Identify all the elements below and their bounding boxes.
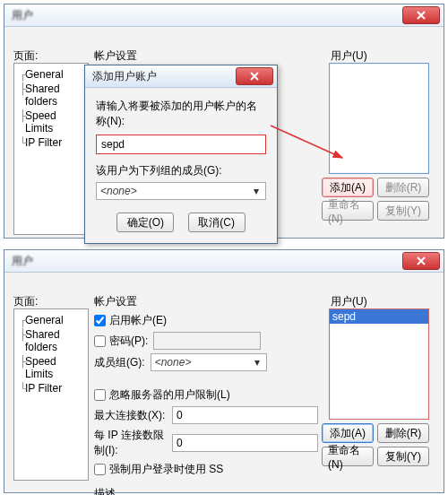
cancel-button[interactable]: 取消(C) <box>188 213 246 232</box>
button-label: 删除(R) <box>385 426 422 441</box>
group-label: 该用户为下列组的成员(G): <box>96 163 266 178</box>
tree-label: General <box>25 68 64 81</box>
close-icon[interactable] <box>402 6 440 24</box>
maxconn-label: 最大连接数(X): <box>94 408 167 423</box>
combo-value: <none> <box>100 185 137 197</box>
tree-item-ipfilter[interactable]: └IP Filter <box>16 135 86 150</box>
button-label: 确定(O) <box>127 215 164 230</box>
dialog-prompt: 请输入将要被添加的用户帐户的名称(N): <box>96 99 266 129</box>
tree-item-speed[interactable]: ├Speed Limits <box>16 109 86 135</box>
users-listbox[interactable] <box>329 63 429 174</box>
enable-account-label: 启用帐户(E) <box>109 313 167 328</box>
account-settings-panel: 帐户设置 启用帐户(E) 密码(P): 成员组(G): <none> ▾ <box>94 294 318 495</box>
password-field[interactable] <box>153 332 261 350</box>
users-listbox[interactable]: sepd <box>329 308 429 420</box>
tree-item-shared[interactable]: ├Shared folders <box>16 327 86 354</box>
button-label: 复制(Y) <box>385 204 421 219</box>
ok-button[interactable]: 确定(O) <box>116 213 174 232</box>
window-title: 用户 <box>8 254 402 269</box>
tree-label: Speed Limits <box>25 109 56 135</box>
titlebar: 用户 <box>4 250 444 273</box>
force-ssl-label: 强制用户登录时使用 SS <box>109 462 223 477</box>
perip-label: 每 IP 连接数限制(I): <box>94 428 167 458</box>
member-label: 成员组(G): <box>94 355 145 370</box>
ignore-limit-label: 忽略服务器的用户限制(L) <box>109 387 230 403</box>
input-value: 0 <box>177 437 183 449</box>
button-label: 删除(R) <box>385 180 422 195</box>
desc-label: 描述 <box>94 486 318 495</box>
page-tree[interactable]: ┌General ├Shared folders ├Speed Limits └… <box>13 63 89 235</box>
remove-button[interactable]: 删除(R) <box>377 178 429 197</box>
titlebar: 用户 <box>4 4 444 27</box>
tree-item-general[interactable]: ┌General <box>16 67 86 82</box>
password-checkbox[interactable] <box>94 335 106 347</box>
group-combobox[interactable]: <none> ▾ <box>96 182 266 200</box>
button-label: 添加(A) <box>330 426 366 441</box>
dialog-title: 添加用户账户 <box>89 69 236 84</box>
member-combobox[interactable]: <none> ▾ <box>151 353 267 371</box>
tree-label: Shared folders <box>25 328 60 353</box>
rename-button[interactable]: 重命名(N) <box>322 201 374 221</box>
add-user-dialog: 添加用户账户 请输入将要被添加的用户帐户的名称(N): sepd 该用户为下列组… <box>84 65 278 244</box>
username-input[interactable]: sepd <box>96 135 266 154</box>
dialog-titlebar: 添加用户账户 <box>85 65 277 88</box>
sidebar-label: 页面: <box>13 294 38 309</box>
button-label: 重命名(N) <box>328 197 367 225</box>
copy-button[interactable]: 复制(Y) <box>377 201 429 221</box>
tree-label: Shared folders <box>25 82 60 108</box>
tree-label: IP Filter <box>25 382 62 395</box>
user-list-item-selected[interactable]: sepd <box>330 309 428 324</box>
password-label: 密码(P): <box>109 334 148 349</box>
close-icon[interactable] <box>402 252 440 270</box>
sidebar-label: 页面: <box>13 48 38 64</box>
maxconn-input[interactable]: 0 <box>172 406 318 424</box>
force-ssl-checkbox[interactable] <box>94 464 106 475</box>
list-item-label: sepd <box>332 310 356 323</box>
tree-item-shared[interactable]: ├Shared folders <box>16 82 86 109</box>
button-label: 重命名(N) <box>328 443 367 471</box>
button-label: 取消(C) <box>198 215 235 230</box>
button-label: 添加(A) <box>330 180 366 195</box>
remove-button[interactable]: 删除(R) <box>377 423 429 443</box>
users-window-bottom: 用户 页面: ┌General ├Shared folders ├Speed L… <box>4 249 444 493</box>
tree-label: Speed Limits <box>25 355 56 380</box>
enable-account-checkbox[interactable] <box>94 315 106 326</box>
input-value: sepd <box>101 138 125 151</box>
settings-header: 帐户设置 <box>94 294 318 309</box>
ignore-limit-checkbox[interactable] <box>94 389 106 401</box>
page-tree[interactable]: ┌General ├Shared folders ├Speed Limits └… <box>13 308 89 481</box>
input-value: 0 <box>177 409 183 421</box>
chevron-down-icon: ▾ <box>249 185 263 197</box>
add-button[interactable]: 添加(A) <box>322 423 374 443</box>
chevron-down-icon: ▾ <box>250 356 264 369</box>
rename-button[interactable]: 重命名(N) <box>322 447 374 466</box>
window-title: 用户 <box>8 8 402 23</box>
tree-label: IP Filter <box>25 136 62 149</box>
users-label: 用户(U) <box>331 294 429 309</box>
tree-item-general[interactable]: ┌General <box>16 313 86 327</box>
button-label: 复制(Y) <box>385 449 421 465</box>
copy-button[interactable]: 复制(Y) <box>377 447 429 466</box>
add-button[interactable]: 添加(A) <box>322 178 374 197</box>
perip-input[interactable]: 0 <box>172 434 318 452</box>
users-label: 用户(U) <box>331 48 429 64</box>
tree-item-ipfilter[interactable]: └IP Filter <box>16 381 86 395</box>
close-icon[interactable] <box>236 67 273 85</box>
tree-item-speed[interactable]: ├Speed Limits <box>16 354 86 381</box>
tree-label: General <box>25 314 64 326</box>
combo-value: <none> <box>155 356 192 369</box>
